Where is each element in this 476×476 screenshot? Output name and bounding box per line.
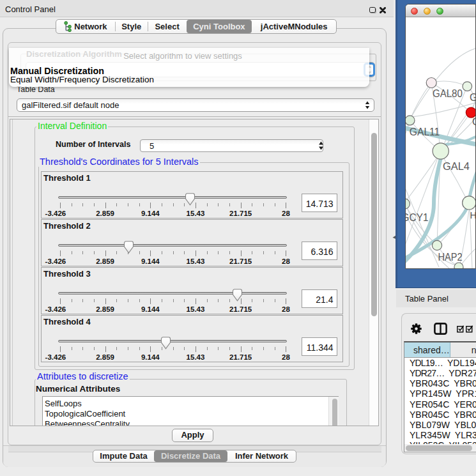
svg-text:H: H [470, 210, 476, 220]
svg-text:C: C [472, 116, 476, 127]
svg-text:GAL11: GAL11 [410, 126, 440, 138]
svg-text:HAP2: HAP2 [438, 252, 463, 263]
svg-text:GAL80: GAL80 [433, 88, 463, 99]
svg-text:GAL4: GAL4 [443, 160, 470, 173]
svg-text:GA: GA [470, 92, 476, 103]
svg-text:GCY1: GCY1 [406, 212, 429, 223]
